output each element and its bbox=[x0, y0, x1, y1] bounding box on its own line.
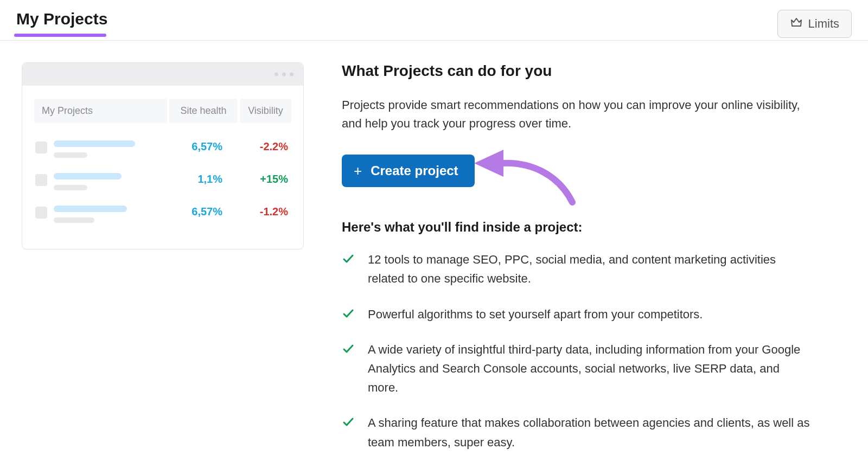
page-title: My Projects bbox=[16, 10, 107, 34]
feature-text: A sharing feature that makes collaborati… bbox=[368, 413, 813, 451]
row-icon-placeholder bbox=[35, 207, 47, 219]
row-name-placeholder bbox=[54, 140, 157, 158]
preview-card: My Projects Site health Visibility 6,57%… bbox=[22, 62, 304, 249]
check-icon bbox=[342, 307, 356, 322]
row-health-value: 6,57% bbox=[164, 140, 232, 153]
create-row: + Create project bbox=[342, 155, 814, 193]
table-row: 1,1% +15% bbox=[34, 168, 291, 200]
create-project-label: Create project bbox=[371, 163, 458, 178]
title-underline-annotation bbox=[14, 34, 106, 37]
row-visibility-value: +15% bbox=[239, 173, 290, 185]
content-column: What Projects can do for you Projects pr… bbox=[342, 62, 846, 468]
limits-label: Limits bbox=[808, 17, 839, 31]
plus-icon: + bbox=[354, 164, 362, 178]
feature-text: A wide variety of insightful third-party… bbox=[368, 340, 813, 398]
list-item: A sharing feature that makes collaborati… bbox=[342, 413, 814, 451]
list-item: 12 tools to manage SEO, PPC, social medi… bbox=[342, 250, 814, 288]
annotation-arrow-icon bbox=[472, 148, 580, 210]
col-header-health: Site health bbox=[169, 99, 238, 123]
row-icon-placeholder bbox=[35, 174, 47, 186]
feature-text: Powerful algorithms to set yourself apar… bbox=[368, 305, 703, 324]
list-item: A wide variety of insightful third-party… bbox=[342, 340, 814, 398]
crown-icon bbox=[790, 16, 803, 32]
preview-column: My Projects Site health Visibility 6,57%… bbox=[22, 62, 304, 249]
check-icon bbox=[342, 252, 356, 267]
row-name-placeholder bbox=[54, 173, 157, 190]
row-visibility-value: -1.2% bbox=[239, 206, 290, 218]
main-content: My Projects Site health Visibility 6,57%… bbox=[0, 41, 868, 468]
list-item: Powerful algorithms to set yourself apar… bbox=[342, 305, 814, 324]
row-visibility-value: -2.2% bbox=[239, 140, 290, 153]
intro-text: Projects provide smart recommendations o… bbox=[342, 96, 814, 133]
row-name-placeholder bbox=[54, 206, 157, 223]
row-health-value: 6,57% bbox=[164, 206, 232, 218]
check-icon bbox=[342, 415, 356, 431]
feature-list: 12 tools to manage SEO, PPC, social medi… bbox=[342, 250, 814, 452]
page-title-wrap: My Projects bbox=[16, 10, 107, 34]
feature-text: 12 tools to manage SEO, PPC, social medi… bbox=[368, 250, 813, 288]
check-icon bbox=[342, 342, 356, 357]
page-header: My Projects Limits bbox=[0, 0, 868, 41]
limits-button[interactable]: Limits bbox=[777, 10, 852, 38]
create-project-button[interactable]: + Create project bbox=[342, 155, 475, 187]
table-row: 6,57% -1.2% bbox=[34, 200, 291, 233]
preview-body: My Projects Site health Visibility 6,57%… bbox=[22, 86, 303, 249]
row-icon-placeholder bbox=[35, 142, 47, 153]
row-health-value: 1,1% bbox=[164, 173, 232, 185]
features-title: Here's what you'll find inside a project… bbox=[342, 220, 814, 235]
col-header-name: My Projects bbox=[34, 99, 167, 123]
preview-window-titlebar bbox=[22, 63, 303, 86]
window-dots-icon bbox=[275, 73, 293, 76]
preview-table-header: My Projects Site health Visibility bbox=[34, 99, 291, 123]
col-header-visibility: Visibility bbox=[240, 99, 291, 123]
table-row: 6,57% -2.2% bbox=[34, 135, 291, 168]
section-title: What Projects can do for you bbox=[342, 62, 814, 80]
